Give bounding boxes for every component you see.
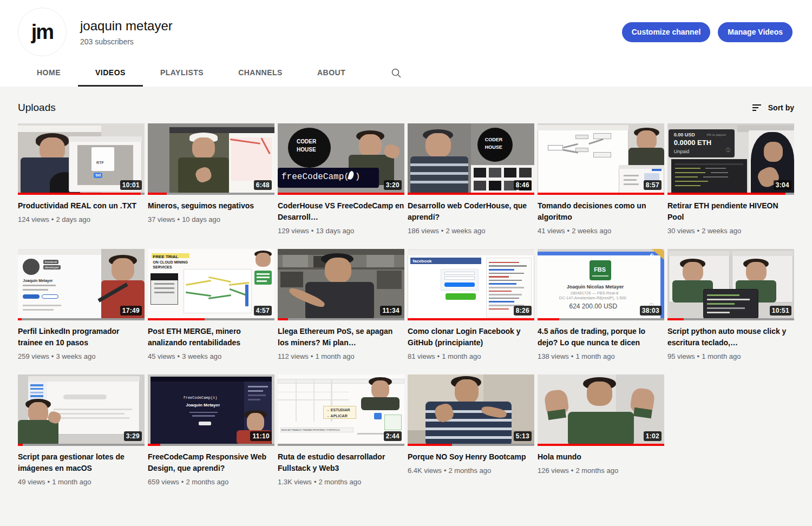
content-header: Uploads Sort by	[18, 92, 794, 123]
video-title[interactable]: Desarrollo web CoderHouse, que aprendí?	[408, 200, 534, 223]
watch-progress-fill	[278, 318, 288, 320]
thumb-layer: RTF	[96, 161, 104, 165]
video-card: 3:29 Script para gestionar lotes de imág…	[18, 374, 145, 486]
video-thumbnail[interactable]: 8:57	[538, 123, 664, 195]
watch-progress-track	[148, 193, 274, 195]
tab-about[interactable]: ABOUT	[300, 60, 363, 87]
video-thumbnail[interactable]: RTFtxt 10:01	[18, 123, 145, 195]
tab-videos[interactable]: VIDEOS	[78, 60, 143, 87]
video-thumbnail[interactable]: 6:48	[148, 123, 274, 195]
thumb-layer	[455, 379, 479, 404]
thumb-layer	[444, 282, 475, 287]
thumb-layer	[489, 298, 519, 299]
thumb-layer	[150, 273, 178, 280]
video-card: RTFtxt 10:01 Productividad REAL con un .…	[18, 123, 145, 235]
customize-channel-button[interactable]: Customize channel	[622, 22, 711, 42]
thumb-layer: HOUSE	[485, 145, 502, 150]
thumb-layer: 0.0000 ETH	[674, 139, 711, 146]
sort-by-button[interactable]: Sort by	[752, 103, 794, 113]
video-title[interactable]: CoderHouse VS FreeCodeCamp en Desarroll…	[278, 200, 404, 223]
thumb-layer	[23, 305, 61, 306]
tab-home[interactable]: HOME	[19, 60, 78, 87]
video-title[interactable]: Script para gestionar lotes de imágenes …	[18, 451, 145, 474]
video-thumbnail[interactable]: 10:51	[667, 249, 794, 320]
thumb-layer: 280481726 — FBS-Real-8	[571, 291, 618, 295]
thumb-layer	[489, 287, 525, 288]
thumb-layer: 0.00 USD	[674, 133, 695, 137]
video-thumbnail[interactable]: 1:02	[538, 374, 664, 446]
video-meta: 45 views•3 weeks ago	[148, 352, 274, 360]
duration-badge: 11:34	[380, 306, 402, 315]
thumb-layer	[30, 392, 43, 393]
video-title[interactable]: Porque NO Soy Henry Bootcamp	[408, 451, 534, 463]
thumb-layer	[425, 428, 512, 430]
thumb-layer	[538, 252, 664, 255]
tab-channels[interactable]: CHANNELS	[221, 60, 300, 87]
video-title[interactable]: Retirar ETH pendiente HIVEON Pool	[667, 200, 794, 223]
video-title[interactable]: Ruta de estudio desarrollador Fullstack …	[278, 451, 404, 474]
video-title[interactable]: Mineros, seguimos negativos	[148, 200, 274, 212]
channel-avatar[interactable]: jm	[18, 8, 67, 56]
video-title[interactable]: Productividad REAL con un .TXT	[18, 200, 145, 212]
video-title[interactable]: Tomando decisiones como un algoritmo	[538, 200, 664, 223]
watch-progress-fill	[148, 318, 205, 320]
video-age: 1 month ago	[575, 352, 614, 360]
video-thumbnail[interactable]: FREE TRIALON CLOUD MININGSERVICES 4:57	[148, 249, 274, 320]
video-thumbnail[interactable]: 3:29	[18, 374, 145, 446]
thumb-layer	[675, 181, 708, 182]
video-title[interactable]: 4.5 años de trading, porque lo dejo? Lo …	[538, 326, 664, 349]
video-grid: RTFtxt 10:01 Productividad REAL con un .…	[18, 123, 794, 486]
manage-videos-button[interactable]: Manage Videos	[718, 22, 793, 42]
tab-playlists[interactable]: PLAYLISTS	[143, 60, 221, 87]
thumb-layer: developer	[43, 265, 61, 269]
thumb-layer	[361, 397, 399, 410]
video-thumbnail[interactable]: facebook 8:26	[408, 249, 534, 320]
video-title[interactable]: Post ETH MERGE, minero analizando rentab…	[148, 326, 274, 349]
thumb-layer	[231, 137, 272, 180]
thumb-layer	[707, 312, 730, 313]
thumb-layer	[154, 283, 174, 285]
video-card: 5:13 Porque NO Soy Henry Bootcamp 6.4K v…	[408, 374, 534, 486]
video-views: 81 views	[408, 352, 435, 360]
thumb-layer	[30, 395, 43, 397]
video-thumbnail[interactable]: → ESTUDIAR→ APLICARBUSCAR TRABAJO TRAINE…	[278, 374, 404, 446]
channel-search-button[interactable]	[391, 60, 402, 87]
video-thumbnail[interactable]: 0.00 USD0% to payout0.0000 ETHUnpaidⓘ 3:…	[667, 123, 794, 195]
thumb-layer	[707, 307, 745, 309]
video-title[interactable]: Perfil LinkedIn programador trainee en 1…	[18, 326, 145, 349]
video-thumbnail[interactable]: 5:13	[408, 374, 534, 446]
video-title[interactable]: Script python auto mouse click y escritu…	[667, 326, 794, 349]
thumb-layer	[257, 273, 269, 275]
video-thumbnail[interactable]: 11:34	[278, 249, 404, 320]
thumb-layer	[675, 163, 743, 165]
video-card: frontenddeveloperJoaquin Metayer 17:49 P…	[18, 249, 145, 360]
watch-progress-track	[278, 193, 404, 195]
video-age: 2 weeks ago	[446, 227, 485, 235]
video-views: 138 views	[538, 352, 569, 360]
video-thumbnail[interactable]: CODERHOUSEfreeCodeCamp() 3:20	[278, 123, 404, 195]
thumb-layer	[504, 168, 516, 177]
thumb-layer	[707, 294, 740, 296]
video-title[interactable]: FreeCodeCamp Responsive Web Design, que …	[148, 451, 274, 474]
video-meta: 49 views•1 month ago	[18, 478, 145, 486]
channel-header: jm joaquin metayer 203 subscribers Custo…	[0, 0, 812, 87]
video-title[interactable]: Hola mundo	[538, 451, 664, 463]
thumb-layer	[732, 251, 793, 256]
video-title[interactable]: Llega Ethereum PoS, se apagan los miners…	[278, 326, 404, 349]
thumb-layer: CODER	[297, 139, 316, 144]
watch-progress-fill	[667, 193, 785, 195]
video-thumbnail[interactable]: freeCodeCamp(λ)Joaquin Metayer 11:10	[148, 374, 274, 446]
video-title[interactable]: Como clonar Login Facebook y GitHub (pri…	[408, 326, 534, 349]
duration-badge: 1:02	[644, 431, 662, 441]
video-age: 1 month ago	[702, 352, 741, 360]
thumb-layer	[91, 147, 114, 172]
meta-separator: •	[178, 352, 180, 360]
thumb-layer: FBS	[594, 267, 606, 273]
video-thumbnail[interactable]: frontenddeveloperJoaquin Metayer 17:49	[18, 249, 145, 320]
thumb-layer	[568, 412, 634, 446]
thumb-layer	[280, 272, 303, 287]
video-thumbnail[interactable]: RealFBSJoaquin Nicolas Metayer280481726 …	[538, 249, 664, 320]
thumb-layer	[54, 417, 129, 419]
thumb-layer	[296, 379, 297, 422]
video-thumbnail[interactable]: CODERHOUSE 8:46	[408, 123, 534, 195]
